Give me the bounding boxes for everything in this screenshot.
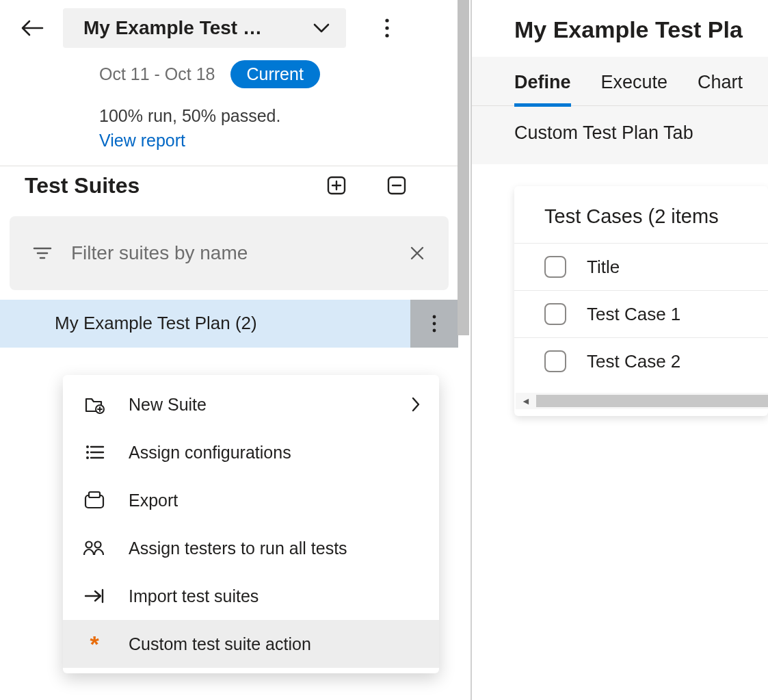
tab-strip: DefineExecuteChart (472, 57, 768, 106)
table-row[interactable]: Test Case 2 (514, 337, 768, 385)
star-icon: * (82, 632, 107, 656)
minus-square-icon (387, 176, 406, 195)
menu-item-star[interactable]: *Custom test suite action (63, 620, 439, 668)
menu-item-import[interactable]: Import test suites (63, 572, 439, 620)
menu-item-config[interactable]: Assign configurations (63, 428, 439, 476)
column-header-title[interactable]: Title (587, 257, 620, 278)
menu-item-label: New Suite (129, 395, 390, 415)
svg-point-10 (86, 451, 89, 454)
svg-point-6 (433, 322, 436, 325)
menu-item-testers[interactable]: Assign testers to run all tests (63, 524, 439, 572)
back-button[interactable] (16, 12, 48, 44)
chevron-right-icon (412, 397, 420, 412)
svg-point-14 (86, 542, 92, 548)
menu-item-label: Import test suites (129, 586, 420, 606)
row-title: Test Case 1 (587, 304, 680, 325)
more-vertical-icon (385, 18, 389, 38)
suite-row-label: My Example Test Plan (2) (55, 313, 257, 334)
vertical-scrollbar[interactable] (458, 0, 469, 335)
svg-point-5 (433, 315, 436, 318)
chevron-down-icon (313, 23, 330, 33)
testers-icon (82, 536, 107, 560)
row-checkbox[interactable] (544, 303, 566, 325)
left-panel: My Example Test … Oct 11 - Oct 18 Curren… (0, 0, 472, 700)
menu-item-label: Assign configurations (129, 443, 420, 463)
filter-icon (33, 246, 52, 260)
row-checkbox[interactable] (544, 350, 566, 372)
svg-point-15 (95, 542, 101, 548)
close-icon (409, 245, 425, 261)
tab-execute[interactable]: Execute (601, 72, 668, 105)
import-icon (82, 584, 107, 608)
table-header-row: Title (514, 243, 768, 290)
test-plan-dropdown[interactable]: My Example Test … (63, 8, 346, 48)
table-row[interactable]: Test Case 1 (514, 290, 768, 337)
arrow-left-icon (21, 20, 44, 36)
test-plan-dropdown-label: My Example Test … (83, 17, 262, 39)
filter-input[interactable] (70, 242, 391, 265)
page-title: My Example Test Pla (472, 16, 768, 43)
more-vertical-icon (432, 315, 436, 333)
svg-point-7 (433, 328, 436, 332)
svg-point-11 (86, 456, 89, 459)
custom-tab-body: Custom Test Plan Tab (472, 106, 768, 164)
tab-chart[interactable]: Chart (698, 72, 743, 105)
stats-text: 100% run, 50% passed. (99, 106, 280, 125)
new-suite-icon (82, 392, 107, 417)
menu-item-new-suite[interactable]: New Suite (63, 380, 439, 428)
test-cases-title: Test Cases (2 items (514, 205, 768, 243)
test-suites-title: Test Suites (25, 173, 140, 198)
filter-box (10, 216, 449, 290)
plus-square-icon (327, 176, 346, 195)
svg-point-1 (385, 26, 388, 29)
horizontal-scrollbar[interactable]: ◄ (516, 393, 768, 409)
menu-item-export[interactable]: Export (63, 476, 439, 524)
svg-point-2 (385, 34, 388, 37)
suite-context-menu: New SuiteAssign configurationsExportAssi… (63, 375, 439, 673)
scroll-left-arrow[interactable]: ◄ (516, 396, 536, 406)
collapse-all-button[interactable] (386, 174, 408, 196)
suite-row-more-button[interactable] (410, 300, 458, 348)
suite-row-selected[interactable]: My Example Test Plan (2) (0, 300, 458, 348)
main-panel: My Example Test Pla DefineExecuteChart C… (472, 0, 768, 700)
tab-define[interactable]: Define (514, 72, 571, 105)
svg-point-9 (86, 445, 89, 448)
test-cases-panel: Test Cases (2 items TitleTest Case 1Test… (514, 186, 768, 416)
scroll-thumb[interactable] (536, 395, 768, 407)
clear-filter-button[interactable] (409, 245, 425, 261)
svg-rect-13 (89, 492, 100, 497)
menu-item-label: Export (129, 491, 420, 510)
select-all-checkbox[interactable] (544, 256, 566, 278)
menu-item-label: Assign testers to run all tests (129, 539, 420, 558)
export-icon (82, 488, 107, 513)
expand-all-button[interactable] (326, 174, 347, 196)
config-icon (82, 440, 107, 465)
run-stats: 100% run, 50% passed. View report (0, 103, 301, 153)
current-badge: Current (230, 60, 320, 88)
view-report-link[interactable]: View report (99, 131, 185, 150)
menu-item-label: Custom test suite action (129, 634, 420, 654)
row-title: Test Case 2 (587, 351, 680, 372)
svg-point-0 (385, 18, 388, 22)
header-more-button[interactable] (373, 14, 401, 42)
date-range: Oct 11 - Oct 18 (99, 64, 215, 84)
